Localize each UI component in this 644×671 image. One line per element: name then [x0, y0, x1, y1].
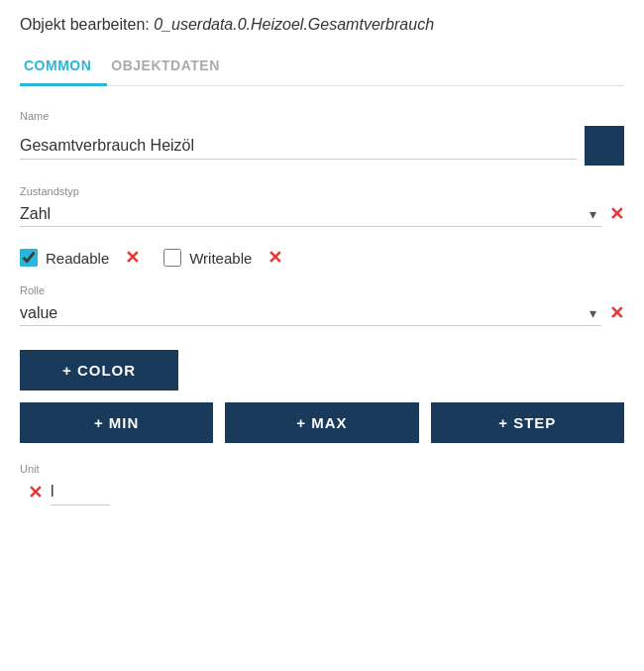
- max-button[interactable]: + MAX: [225, 402, 418, 443]
- writeable-item: Writeable ✕: [163, 247, 282, 269]
- tab-common[interactable]: COMMON: [20, 50, 107, 86]
- color-picker-button[interactable]: [585, 126, 624, 166]
- unit-row: ✕: [20, 479, 624, 505]
- zustandstyp-clear-icon[interactable]: ✕: [609, 203, 624, 225]
- unit-clear-icon[interactable]: ✕: [28, 482, 43, 503]
- title-prefix: Objekt bearbeiten:: [20, 16, 154, 33]
- name-section: Name: [20, 110, 624, 166]
- writeable-clear-icon[interactable]: ✕: [268, 247, 282, 269]
- unit-input[interactable]: [51, 479, 110, 505]
- checkbox-row: Readable ✕ Writeable ✕: [20, 247, 624, 269]
- color-button-container: + COLOR: [20, 346, 624, 402]
- name-row: [20, 126, 624, 166]
- page-title: Objekt bearbeiten: 0_userdata.0.Heizoel.…: [20, 16, 624, 34]
- rolle-clear-icon[interactable]: ✕: [609, 302, 624, 324]
- name-label: Name: [20, 110, 624, 122]
- name-input[interactable]: [20, 133, 577, 160]
- min-max-step-row: + MIN + MAX + STEP: [20, 402, 624, 443]
- readable-clear-icon[interactable]: ✕: [125, 247, 140, 269]
- min-button[interactable]: + MIN: [20, 402, 213, 443]
- readable-item: Readable ✕: [20, 247, 140, 269]
- step-button[interactable]: + STEP: [431, 402, 624, 443]
- rolle-section: Rolle value ▾ ✕: [20, 284, 624, 326]
- unit-section: Unit ✕: [20, 463, 624, 505]
- rolle-label: Rolle: [20, 284, 624, 296]
- readable-checkbox[interactable]: [20, 249, 38, 267]
- zustandstyp-section: Zustandstyp Zahl ▾ ✕: [20, 185, 624, 227]
- zustandstyp-label: Zustandstyp: [20, 185, 624, 197]
- color-button[interactable]: + COLOR: [20, 350, 178, 391]
- title-object: 0_userdata.0.Heizoel.Gesamtverbrauch: [154, 16, 434, 33]
- tab-objektdaten[interactable]: OBJEKTDATEN: [107, 50, 235, 86]
- writeable-label: Writeable: [189, 250, 252, 267]
- readable-label: Readable: [46, 250, 109, 267]
- rolle-row: value ▾ ✕: [20, 300, 624, 326]
- writeable-checkbox[interactable]: [163, 249, 181, 267]
- tabs-container: COMMON OBJEKTDATEN: [20, 50, 624, 86]
- rolle-select[interactable]: value: [20, 300, 601, 326]
- zustandstyp-row: Zahl ▾ ✕: [20, 201, 624, 227]
- zustandstyp-select[interactable]: Zahl: [20, 201, 601, 227]
- unit-label: Unit: [20, 463, 624, 475]
